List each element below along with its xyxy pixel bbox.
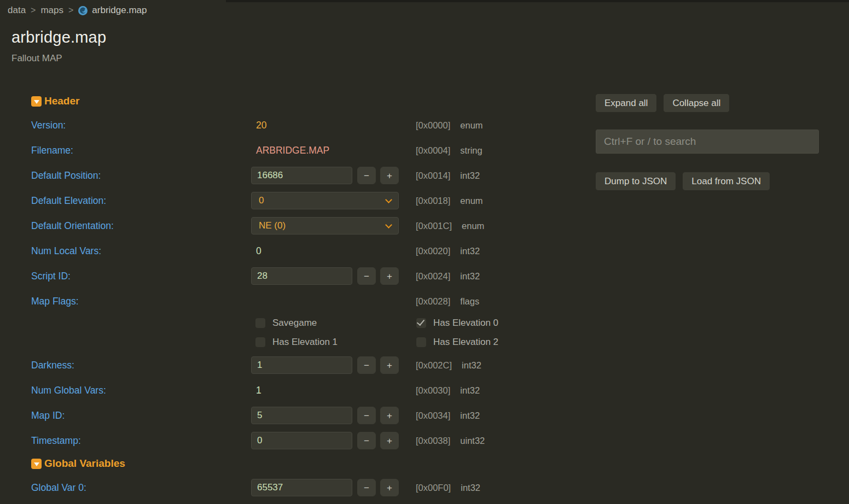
page-title: arbridge.map (11, 28, 106, 46)
field-offset: [0x0024] (416, 271, 450, 282)
has-elevation-0-checkbox[interactable] (416, 318, 426, 328)
field-offset: [0x0028] (416, 296, 450, 307)
decrement-button[interactable]: − (357, 407, 376, 424)
field-row-filename: Filename: ARBRIDGE.MAP [0x0004] string (31, 142, 578, 159)
section-header-global-variables[interactable]: Global Variables (31, 457, 578, 470)
field-type: int32 (462, 360, 481, 371)
field-label: Num Global Vars: (31, 385, 251, 396)
field-row-global-var-0: Global Var 0: − + [0x00F0] int32 (31, 479, 578, 496)
field-offset: [0x0038] (416, 436, 450, 446)
chevron-down-icon (385, 221, 392, 228)
has-elevation-1-checkbox[interactable] (255, 337, 265, 347)
field-offset: [0x00F0] (416, 483, 451, 493)
field-label: Version: (31, 120, 251, 131)
load-from-json-button[interactable]: Load from JSON (683, 172, 770, 190)
field-type: uint32 (460, 436, 485, 446)
default-orientation-select[interactable]: NE (0) (251, 217, 399, 235)
field-offset: [0x0004] (416, 145, 450, 156)
field-label: Num Local Vars: (31, 245, 251, 257)
breadcrumb-current: arbridge.map (78, 5, 147, 16)
field-type: int32 (460, 171, 480, 181)
flag-label: Has Elevation 0 (433, 318, 498, 329)
field-label: Timestamp: (31, 435, 251, 447)
breadcrumb-item-data[interactable]: data (8, 5, 26, 16)
section-header-header[interactable]: Header (31, 95, 578, 108)
collapse-toggle-icon[interactable] (31, 459, 42, 469)
increment-button[interactable]: + (380, 432, 399, 449)
field-type: int32 (460, 385, 480, 396)
timestamp-input[interactable] (251, 432, 352, 449)
checkmark-icon (417, 318, 425, 326)
field-offset: [0x0018] (416, 196, 450, 206)
collapse-all-button[interactable]: Collapse all (664, 94, 729, 112)
field-value: 0 (251, 245, 261, 257)
field-offset: [0x0000] (416, 120, 450, 131)
increment-button[interactable]: + (380, 267, 399, 285)
increment-button[interactable]: + (380, 479, 399, 496)
field-type: flags (460, 296, 479, 307)
field-type: int32 (461, 483, 480, 493)
map-flags-checkboxes: Savegame Has Elevation 0 Has Elevation 1… (255, 318, 578, 348)
breadcrumb-separator: > (68, 5, 73, 15)
right-panel: Expand all Collapse all Dump to JSON Loa… (596, 94, 825, 190)
expand-all-button[interactable]: Expand all (596, 94, 656, 112)
script-id-input[interactable] (251, 267, 352, 285)
increment-button[interactable]: + (380, 356, 399, 374)
field-type: enum (460, 196, 482, 206)
selected-value: 0 (259, 195, 264, 206)
default-elevation-select[interactable]: 0 (251, 192, 399, 209)
flag-has-elevation-1: Has Elevation 1 (255, 337, 416, 348)
field-row-num-local-vars: Num Local Vars: 0 [0x0020] int32 (31, 242, 578, 260)
field-type: int32 (460, 411, 480, 421)
search-input[interactable] (596, 130, 819, 154)
flag-has-elevation-0: Has Elevation 0 (416, 318, 578, 329)
breadcrumb: data > maps > arbridge.map (8, 5, 147, 16)
section-title: Global Variables (44, 458, 125, 470)
collapse-toggle-icon[interactable] (31, 96, 42, 107)
darkness-input[interactable] (251, 356, 352, 374)
field-value: ARBRIDGE.MAP (251, 145, 329, 156)
field-offset: [0x0030] (416, 385, 450, 396)
decrement-button[interactable]: − (357, 356, 376, 374)
field-row-default-elevation: Default Elevation: 0 [0x0018] enum (31, 192, 578, 209)
field-label: Default Position: (31, 170, 251, 181)
field-row-timestamp: Timestamp: − + [0x0038] uint32 (31, 432, 578, 449)
default-position-input[interactable] (251, 167, 352, 184)
decrement-button[interactable]: − (357, 267, 376, 285)
field-label: Map ID: (31, 410, 251, 421)
breadcrumb-item-maps[interactable]: maps (40, 5, 63, 16)
field-offset: [0x001C] (416, 221, 452, 231)
field-row-version: Version: 20 [0x0000] enum (31, 116, 578, 134)
map-file-icon (78, 6, 88, 15)
has-elevation-2-checkbox[interactable] (416, 337, 426, 347)
flag-label: Has Elevation 1 (272, 337, 338, 348)
page-subtitle: Fallout MAP (11, 53, 106, 64)
field-type: int32 (460, 271, 480, 282)
field-type: enum (460, 120, 482, 131)
decrement-button[interactable]: − (357, 432, 376, 449)
breadcrumb-current-label: arbridge.map (92, 5, 147, 16)
chevron-down-icon (385, 196, 392, 203)
increment-button[interactable]: + (380, 167, 399, 184)
field-row-map-id: Map ID: − + [0x0034] int32 (31, 407, 578, 424)
map-id-input[interactable] (251, 407, 352, 424)
savegame-checkbox[interactable] (255, 318, 265, 328)
field-label: Global Var 0: (31, 482, 251, 494)
field-row-default-position: Default Position: − + [0x0014] int32 (31, 167, 578, 184)
field-label: Script ID: (31, 271, 251, 282)
field-offset: [0x0020] (416, 246, 450, 256)
increment-button[interactable]: + (380, 407, 399, 424)
section-title: Header (44, 95, 79, 107)
flag-label: Has Elevation 2 (433, 337, 498, 348)
decrement-button[interactable]: − (357, 167, 376, 184)
global-var-0-input[interactable] (251, 479, 352, 496)
flag-savegame: Savegame (255, 318, 416, 329)
dump-to-json-button[interactable]: Dump to JSON (596, 172, 676, 190)
field-offset: [0x002C] (416, 360, 452, 371)
decrement-button[interactable]: − (357, 479, 376, 496)
field-row-script-id: Script ID: − + [0x0024] int32 (31, 267, 578, 285)
field-value: 20 (251, 120, 266, 131)
top-scrollbar-strip (226, 0, 849, 2)
field-value: 1 (251, 385, 261, 396)
selected-value: NE (0) (259, 220, 286, 231)
